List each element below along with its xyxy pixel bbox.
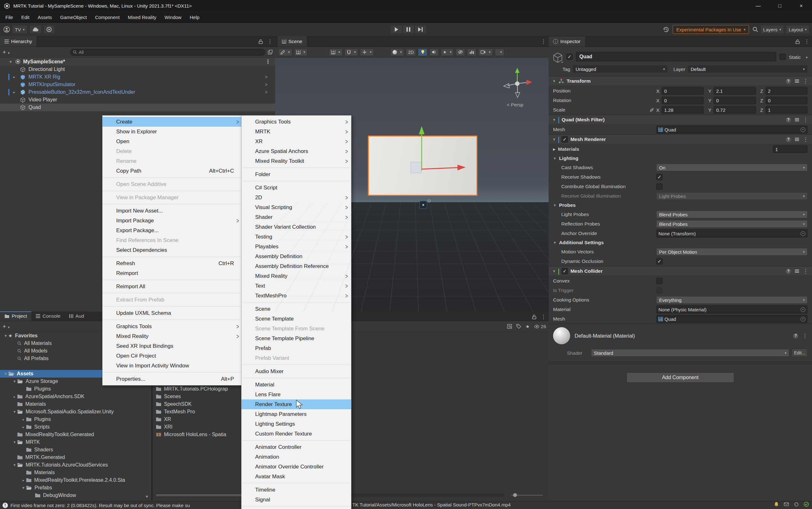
menubar-item-assets[interactable]: Assets	[34, 12, 56, 23]
context-menu-item-select-dependencies[interactable]: Select Dependencies	[103, 245, 242, 255]
static-checkbox[interactable]	[779, 54, 786, 60]
static-dropdown-caret[interactable]: ▾	[806, 56, 808, 60]
prefab-open-chevron-icon[interactable]: >	[265, 82, 267, 87]
gizmos-dropdown[interactable]: ▾	[495, 48, 504, 56]
kebab-menu-icon[interactable]: ⋮	[265, 58, 271, 65]
fold-open-icon[interactable]: ▼	[553, 203, 557, 207]
fold-closed-icon[interactable]: ▸	[21, 425, 26, 429]
folder-debugwindow[interactable]: DebugWindow	[0, 491, 151, 499]
create-asset-button[interactable]: +▾	[3, 323, 10, 330]
create-submenu-item-azure-spatial-anchors[interactable]: Azure Spatial Anchors>	[242, 146, 351, 156]
perspective-label[interactable]: < Persp	[507, 102, 523, 107]
gameobject-cube-icon[interactable]	[552, 52, 563, 63]
component-header-mesh-collider[interactable]: ▼✓Mesh Collider?⋮	[549, 266, 812, 276]
step-button[interactable]	[414, 25, 427, 34]
fold-open-icon[interactable]: ▼	[552, 137, 556, 141]
context-menu-item-rename[interactable]: Rename	[103, 156, 242, 166]
component-header-quad-mesh-filter[interactable]: ▼Quad (Mesh Filter)?⋮	[549, 115, 812, 125]
fold-open-icon[interactable]: ▼	[552, 79, 556, 83]
pick-toggle-icon[interactable]	[268, 50, 272, 55]
kebab-menu-icon[interactable]: ⋮	[541, 38, 546, 45]
fold-open-icon[interactable]: ▼	[552, 118, 556, 122]
presets-icon[interactable]	[795, 79, 799, 83]
hierarchy-item-quad[interactable]: Quad	[0, 104, 275, 111]
metrics-toggle[interactable]	[467, 48, 476, 56]
create-submenu-item-custom-render-texture[interactable]: Custom Render Texture	[242, 429, 351, 439]
undo-history-icon[interactable]	[663, 26, 669, 33]
expand-arrow-icon[interactable]: ▸	[13, 75, 15, 79]
create-submenu-item-visual-scripting[interactable]: Visual Scripting>	[242, 202, 351, 212]
2d-toggle-button[interactable]: 2D	[406, 48, 416, 56]
help-icon[interactable]: ?	[786, 269, 791, 274]
tab-console[interactable]: Console	[31, 311, 65, 321]
kebab-menu-icon[interactable]: ⋮	[804, 38, 809, 45]
group-title-lighting[interactable]: ▼Lighting	[549, 154, 812, 163]
fold-closed-icon[interactable]: ▸	[21, 417, 26, 421]
lock-icon[interactable]	[796, 39, 800, 44]
folder-azurespatialanchors-sdk[interactable]: ▸AzureSpatialAnchors.SDK	[0, 393, 151, 400]
snap-increment-dropdown[interactable]: ▾	[360, 48, 374, 56]
menubar-item-gameobject[interactable]: GameObject	[56, 12, 91, 23]
tool-settings-dropdown[interactable]: ▾	[278, 48, 292, 56]
prefab-open-chevron-icon[interactable]: >	[265, 74, 267, 79]
gameobject-name-field[interactable]: Quad	[576, 52, 776, 62]
help-icon[interactable]: ?	[786, 117, 791, 123]
context-menu-item-export-package[interactable]: Export Package...	[103, 226, 242, 235]
create-submenu-item-text[interactable]: Text>	[242, 281, 351, 291]
context-menu-item-extract-from-prefab[interactable]: Extract From Prefab	[103, 295, 242, 305]
layout-dropdown[interactable]: Layout▾	[786, 25, 809, 34]
create-submenu-item-xr[interactable]: XR>	[242, 137, 351, 146]
grid-visibility-dropdown[interactable]: ▾	[329, 48, 342, 56]
close-button[interactable]: ×	[790, 0, 812, 12]
fold-open-icon[interactable]: ▼	[9, 60, 12, 64]
help-icon[interactable]: ?	[786, 137, 791, 142]
scroll-down-arrow[interactable]: ▼	[145, 495, 149, 499]
fold-closed-icon[interactable]: ▸	[553, 146, 556, 152]
icon-size-slider[interactable]	[511, 495, 543, 496]
lock-icon[interactable]	[532, 314, 536, 319]
context-menu-item-properties[interactable]: Properties...Alt+P	[103, 374, 242, 384]
create-submenu-item-assembly-definition-reference[interactable]: Assembly Definition Reference	[242, 261, 351, 271]
minimize-button[interactable]: —	[747, 0, 769, 12]
create-submenu-item-folder[interactable]: Folder	[242, 169, 351, 179]
layers-dropdown[interactable]: Layers▾	[761, 25, 784, 34]
folder-prefabs[interactable]: ▼Prefabs	[0, 484, 151, 491]
fold-open-icon[interactable]: ▼	[3, 372, 8, 376]
context-menu-item-import-new-asset[interactable]: Import New Asset...	[103, 206, 242, 216]
version-control-button[interactable]	[43, 25, 55, 34]
context-menu-item-import-package[interactable]: Import Package>	[103, 216, 242, 226]
create-submenu-item-audio-mixer[interactable]: Audio Mixer	[242, 367, 351, 376]
context-menu-item-create[interactable]: Create>	[103, 117, 242, 127]
context-menu-item-reimport-all[interactable]: Reimport All	[103, 281, 242, 292]
materials-count-field[interactable]: 1	[773, 145, 808, 153]
save-search-star-icon[interactable]: ★	[525, 324, 530, 330]
background-progress-icon[interactable]	[794, 502, 799, 507]
transform-scale-x-field[interactable]: 1.28	[662, 106, 704, 114]
transform-rotation-x-field[interactable]: 0	[662, 97, 704, 104]
kebab-menu-icon[interactable]: ⋮	[803, 78, 808, 84]
notification-bell-icon[interactable]	[774, 502, 779, 507]
dropdown-light-probes[interactable]: Blend Probes▾	[656, 211, 808, 218]
tab-hierarchy[interactable]: Hierarchy	[0, 36, 36, 46]
kebab-menu-icon[interactable]: ⋮	[541, 313, 546, 320]
menubar-item-help[interactable]: Help	[186, 12, 204, 23]
context-menu-item-mixed-reality[interactable]: Mixed Reality>	[103, 331, 242, 341]
fold-open-icon[interactable]: ▼	[12, 379, 17, 383]
fold-open-icon[interactable]: ▼	[3, 334, 8, 338]
layer-dropdown[interactable]: Default▾	[688, 65, 808, 73]
dropdown-motion-vectors[interactable]: Per Object Motion▾	[656, 248, 808, 256]
hierarchy-item-video-player[interactable]: Video Player	[0, 96, 275, 104]
context-menu-item-update-uxml-schema[interactable]: Update UXML Schema	[103, 308, 242, 318]
lighting-toggle-button[interactable]	[418, 48, 428, 56]
object-picker-icon[interactable]	[801, 317, 805, 321]
checkbox-receive-shadows[interactable]: ✓	[656, 174, 663, 180]
create-submenu-item-2d[interactable]: 2D>	[242, 193, 351, 202]
create-submenu-item-mrtk[interactable]: MRTK>	[242, 127, 351, 137]
presets-icon[interactable]	[795, 138, 799, 141]
tab-project[interactable]: Project	[0, 311, 31, 321]
snap-settings-dropdown[interactable]: ▾	[344, 48, 358, 56]
create-submenu-item-timeline[interactable]: Timeline	[242, 485, 351, 495]
create-submenu-item-c-script[interactable]: C# Script	[242, 183, 351, 193]
pause-button[interactable]	[402, 25, 414, 34]
grid-paint-dropdown[interactable]: ▾	[294, 48, 308, 56]
